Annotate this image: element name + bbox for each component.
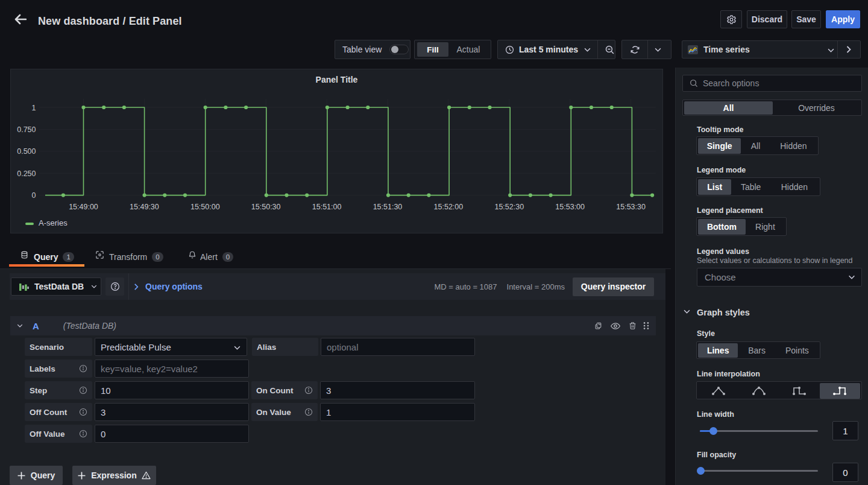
svg-text:15:51:00: 15:51:00 (312, 203, 342, 211)
svg-text:0.500: 0.500 (17, 147, 36, 156)
svg-text:15:49:30: 15:49:30 (130, 203, 159, 211)
svg-text:15:53:30: 15:53:30 (616, 203, 646, 211)
svg-text:15:51:30: 15:51:30 (373, 203, 403, 211)
svg-text:15:50:00: 15:50:00 (190, 203, 220, 211)
svg-text:1: 1 (32, 104, 36, 112)
svg-text:15:53:00: 15:53:00 (555, 203, 585, 211)
svg-text:15:50:30: 15:50:30 (251, 203, 281, 211)
svg-text:0.250: 0.250 (17, 170, 36, 178)
svg-text:15:52:00: 15:52:00 (434, 203, 464, 211)
svg-text:15:52:30: 15:52:30 (494, 203, 524, 211)
svg-text:0: 0 (32, 191, 36, 200)
svg-text:15:49:00: 15:49:00 (69, 203, 98, 211)
svg-text:0.750: 0.750 (17, 125, 36, 134)
